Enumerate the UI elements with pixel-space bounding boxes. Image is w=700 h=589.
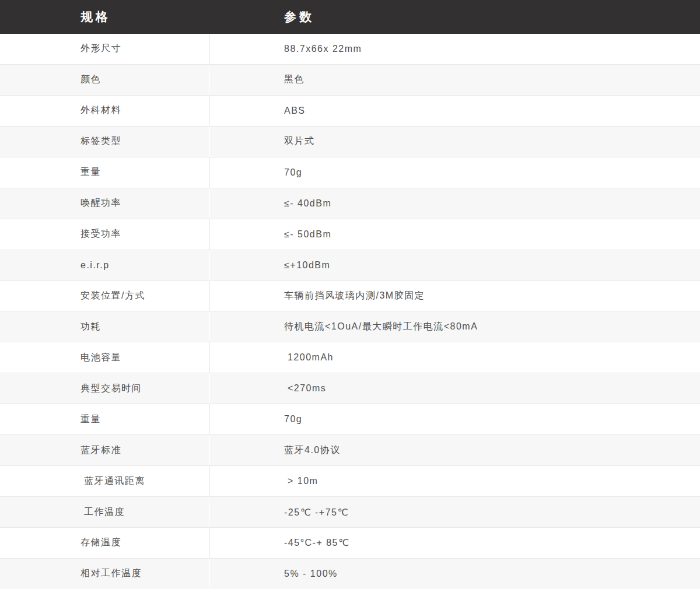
spec-name: 重量 (0, 157, 210, 188)
spec-value: > 10m (210, 466, 700, 496)
table-row: 工作温度 -25℃ -+75℃ (0, 497, 700, 528)
spec-name: 存储温度 (0, 528, 210, 558)
spec-name: 外科材料 (0, 96, 210, 126)
spec-value: 蓝牙4.0协议 (210, 435, 700, 465)
spec-name: 电池容量 (0, 342, 210, 373)
spec-name: 典型交易时间 (0, 373, 210, 404)
spec-name: 蓝牙标准 (0, 435, 210, 465)
spec-value: 5% - 100% (210, 559, 700, 589)
spec-value: -45°C-+ 85℃ (210, 528, 700, 558)
spec-name: 外形尺寸 (0, 34, 210, 64)
spec-value: <270ms (210, 373, 700, 404)
spec-name: 颜色 (0, 65, 210, 95)
header-column-param: 参数 (210, 0, 700, 34)
spec-name: 安装位置/方式 (0, 281, 210, 311)
header-column-spec: 规格 (0, 0, 210, 34)
table-body: 外形尺寸 88.7x66x 22mm 颜色 黑色 外科材料 ABS 标签类型 双… (0, 34, 700, 589)
spec-value: 黑色 (210, 65, 700, 95)
spec-name: 蓝牙通讯距离 (0, 466, 210, 496)
table-row: 外形尺寸 88.7x66x 22mm (0, 34, 700, 65)
spec-value: 1200mAh (210, 342, 700, 373)
spec-name: 接受功率 (0, 219, 210, 250)
table-row: 功耗 待机电流<1OuA/最大瞬时工作电流<80mA (0, 311, 700, 342)
spec-name: 重量 (0, 404, 210, 434)
spec-table: 规格 参数 外形尺寸 88.7x66x 22mm 颜色 黑色 外科材料 ABS … (0, 0, 700, 589)
spec-value: 车辆前挡风玻璃内测/3M胶固定 (210, 281, 700, 311)
spec-value: 待机电流<1OuA/最大瞬时工作电流<80mA (210, 311, 700, 342)
spec-name: 相对工作温度 (0, 559, 210, 589)
spec-value: ≤- 50dBm (210, 219, 700, 250)
table-row: 接受功率 ≤- 50dBm (0, 219, 700, 250)
spec-value: ≤+10dBm (210, 250, 700, 281)
spec-name: 标签类型 (0, 127, 210, 157)
spec-value: 88.7x66x 22mm (210, 34, 700, 64)
spec-name: 工作温度 (0, 497, 210, 527)
table-row: 外科材料 ABS (0, 96, 700, 127)
spec-value: -25℃ -+75℃ (210, 497, 700, 527)
table-row: 唤醒功率 ≤- 40dBm (0, 188, 700, 219)
table-row: 电池容量 1200mAh (0, 342, 700, 373)
spec-name: 功耗 (0, 311, 210, 342)
spec-value: ABS (210, 96, 700, 126)
table-row: 安装位置/方式 车辆前挡风玻璃内测/3M胶固定 (0, 281, 700, 312)
spec-value: ≤- 40dBm (210, 188, 700, 219)
table-row: e.i.r.p ≤+10dBm (0, 250, 700, 281)
table-row: 典型交易时间 <270ms (0, 373, 700, 404)
table-header: 规格 参数 (0, 0, 700, 34)
table-row: 相对工作温度 5% - 100% (0, 559, 700, 589)
table-row: 蓝牙标准 蓝牙4.0协议 (0, 435, 700, 466)
table-row: 重量 70g (0, 404, 700, 435)
table-row: 蓝牙通讯距离 > 10m (0, 466, 700, 497)
table-row: 存储温度 -45°C-+ 85℃ (0, 528, 700, 559)
spec-value: 双片式 (210, 127, 700, 157)
spec-value: 70g (210, 404, 700, 434)
spec-name: 唤醒功率 (0, 188, 210, 219)
spec-value: 70g (210, 157, 700, 188)
table-row: 颜色 黑色 (0, 65, 700, 96)
table-row: 重量 70g (0, 157, 700, 188)
spec-name: e.i.r.p (0, 250, 210, 281)
table-row: 标签类型 双片式 (0, 127, 700, 157)
